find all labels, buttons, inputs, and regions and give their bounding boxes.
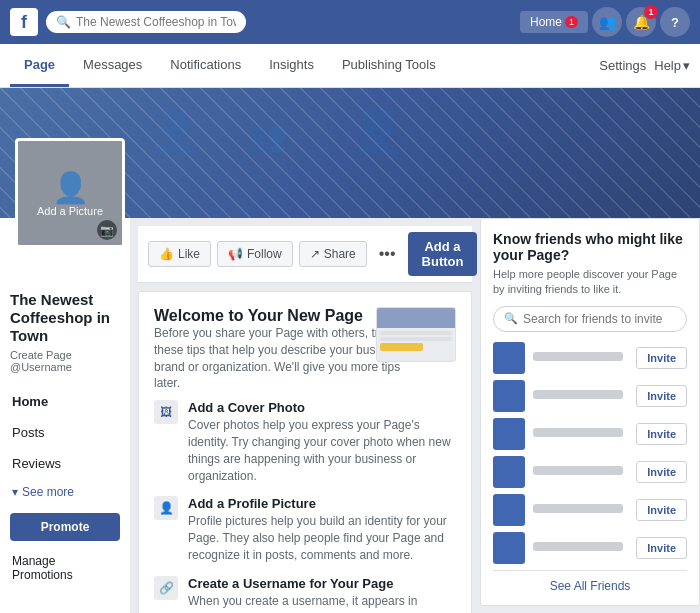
tab-messages[interactable]: Messages [69,44,156,87]
tip-username: 🔗 Create a Username for Your Page When y… [154,576,456,613]
friend-avatar-4 [493,456,525,488]
invite-button-3[interactable]: Invite [636,423,687,445]
friends-card-subtitle: Help more people discover your Page by i… [493,267,687,298]
tab-publishing-tools[interactable]: Publishing Tools [328,44,450,87]
friend-name-6 [533,542,623,551]
friends-icon-btn[interactable]: 👥 [592,7,622,37]
friend-info-6 [533,542,628,554]
preview-accent [380,343,423,351]
see-all-friends[interactable]: See All Friends [493,570,687,593]
camera-icon: 📷 [97,220,117,240]
help-icon-btn[interactable]: ? [660,7,690,37]
friends-card-title: Know friends who might like your Page? [493,231,687,263]
nav-right: Home 1 👥 🔔 1 ? [520,7,690,37]
search-icon: 🔍 [56,15,71,29]
friend-row-2: Invite [493,380,687,412]
decorative-icon3: 👤 [350,103,406,156]
share-button[interactable]: ↗ Share [299,241,367,267]
tabs-left: Page Messages Notifications Insights Pub… [10,44,450,87]
page-name: The Newest Coffeeshop in Town [0,283,130,347]
notifications-icon-btn[interactable]: 🔔 1 [626,7,656,37]
friend-avatar-5 [493,494,525,526]
tip-username-desc: When you create a username, it appears i… [188,593,456,613]
page-username[interactable]: Create Page @Username [0,347,130,381]
home-badge: 1 [565,16,578,28]
tip-profile-desc: Profile pictures help you build an ident… [188,513,456,563]
welcome-text-area: Welcome to Your New Page Before you shar… [154,307,414,392]
profile-picture-area[interactable]: 👤 Add a Picture 📷 [15,138,125,248]
cover-area: 👤 👥 👤 👤 Add a Picture 📷 [0,88,700,218]
tip-username-content: Create a Username for Your Page When you… [188,576,456,613]
help-icon: ? [671,15,679,30]
top-navigation: f 🔍 Home 1 👥 🔔 1 ? [0,0,700,44]
main-layout: The Newest Coffeeshop in Town Create Pag… [0,218,700,613]
friend-name-3 [533,428,623,437]
invite-button-2[interactable]: Invite [636,385,687,407]
welcome-card: Welcome to Your New Page Before you shar… [138,291,472,613]
tip-username-icon: 🔗 [154,576,178,600]
sidebar-item-home[interactable]: Home [0,386,130,417]
left-sidebar: The Newest Coffeeshop in Town Create Pag… [0,218,130,613]
thumbs-up-icon: 👍 [159,247,174,261]
search-bar[interactable]: 🔍 [46,11,246,33]
search-friends-input[interactable] [523,312,676,326]
tab-notifications[interactable]: Notifications [156,44,255,87]
add-photo-label: Add a Picture [37,205,103,217]
share-icon: ↗ [310,247,320,261]
tip-profile-pic: 👤 Add a Profile Picture Profile pictures… [154,496,456,563]
promote-button[interactable]: Promote [10,513,120,541]
tab-page[interactable]: Page [10,44,69,87]
preview-line1 [380,331,452,335]
invite-button-4[interactable]: Invite [636,461,687,483]
tabs-right: Settings Help ▾ [599,58,690,73]
friend-avatar-3 [493,418,525,450]
sidebar-item-posts[interactable]: Posts [0,417,130,448]
friends-icon: 👥 [599,14,616,30]
friend-row-1: Invite [493,342,687,374]
friend-avatar-6 [493,532,525,564]
decorative-icon2: 👥 [250,118,287,153]
home-button[interactable]: Home 1 [520,11,588,33]
friend-avatar-2 [493,380,525,412]
action-bar: 👍 Like 📢 Follow ↗ Share ••• Add a Button [138,226,472,283]
sidebar-nav: Home Posts Reviews ▾ See more [0,381,130,505]
search-input[interactable] [76,15,236,29]
preview-body [377,328,455,354]
help-button[interactable]: Help ▾ [654,58,690,73]
friend-info-1 [533,352,628,364]
follow-icon: 📢 [228,247,243,261]
invite-button-1[interactable]: Invite [636,347,687,369]
welcome-preview [376,307,456,362]
friend-row-4: Invite [493,456,687,488]
manage-promotions[interactable]: Manage Promotions [0,549,130,587]
invite-button-5[interactable]: Invite [636,499,687,521]
nav-left: f 🔍 [10,8,246,36]
tab-insights[interactable]: Insights [255,44,328,87]
welcome-title: Welcome to Your New Page [154,307,414,325]
friend-row-5: Invite [493,494,687,526]
friends-invite-card: Know friends who might like your Page? H… [480,218,700,606]
tip-cover-desc: Cover photos help you express your Page'… [188,417,456,484]
tip-profile-content: Add a Profile Picture Profile pictures h… [188,496,456,563]
center-content: 👍 Like 📢 Follow ↗ Share ••• Add a Button [130,218,480,613]
friend-info-4 [533,466,628,478]
follow-button[interactable]: 📢 Follow [217,241,293,267]
invite-button-6[interactable]: Invite [636,537,687,559]
like-button[interactable]: 👍 Like [148,241,211,267]
sidebar-item-reviews[interactable]: Reviews [0,448,130,479]
profile-person-icon: 👤 [52,170,89,205]
settings-button[interactable]: Settings [599,58,646,73]
sidebar-see-more[interactable]: ▾ See more [0,479,130,505]
friend-avatar-1 [493,342,525,374]
friend-info-5 [533,504,628,516]
chevron-down-icon: ▾ [683,58,690,73]
chevron-down-icon-sidebar: ▾ [12,485,18,499]
more-options-button[interactable]: ••• [373,241,402,267]
friend-info-2 [533,390,628,402]
decorative-icon: 👤 [150,108,200,155]
friend-row-3: Invite [493,418,687,450]
add-button-cta[interactable]: Add a Button [408,232,478,276]
tip-cover-icon: 🖼 [154,400,178,424]
facebook-logo[interactable]: f [10,8,38,36]
search-friends-bar[interactable]: 🔍 [493,306,687,332]
